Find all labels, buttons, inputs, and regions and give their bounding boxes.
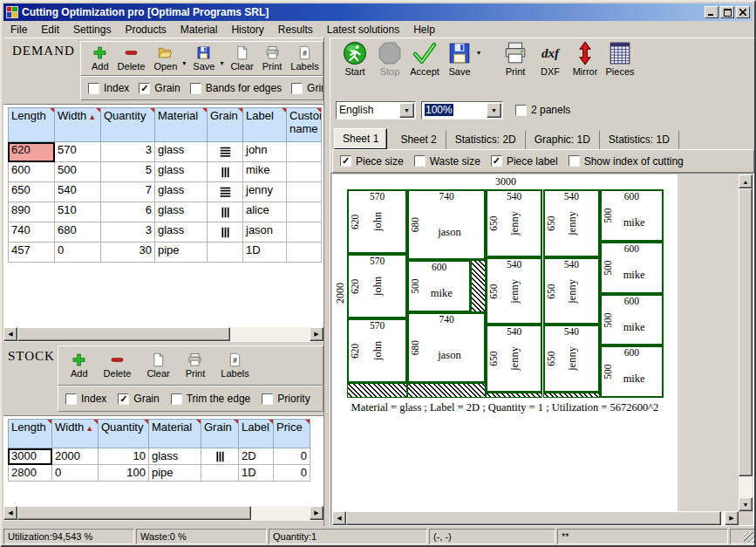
tab-graphic-1d[interactable]: Graphic: 1D xyxy=(526,131,600,149)
table-cell[interactable]: 2D xyxy=(239,448,274,465)
column-header-width[interactable]: Width▲ xyxy=(52,419,99,448)
column-header-quantity[interactable]: Quantity xyxy=(101,107,155,142)
labels-button[interactable]: #Labels xyxy=(217,352,252,379)
scroll-left-button[interactable]: ◀ xyxy=(3,506,17,520)
table-cell[interactable] xyxy=(287,162,322,182)
table-cell[interactable]: 570 xyxy=(55,142,101,162)
minimize-button[interactable] xyxy=(705,6,719,18)
table-cell[interactable]: 3 xyxy=(101,142,155,162)
tab-sheet-2[interactable]: Sheet 2 xyxy=(392,131,446,149)
table-cell[interactable]: 0 xyxy=(52,465,99,482)
zoom-select[interactable]: 100% ▼ xyxy=(421,101,503,120)
table-cell[interactable]: jason xyxy=(243,222,287,243)
table-cell[interactable] xyxy=(287,222,322,243)
table-cell[interactable]: 1D xyxy=(239,465,274,482)
labels-button[interactable]: #Labels xyxy=(287,44,322,72)
menu-help[interactable]: Help xyxy=(406,22,442,38)
mirror-button[interactable]: Mirror xyxy=(568,40,603,78)
table-cell[interactable]: 890 xyxy=(8,202,55,222)
table-cell[interactable]: 2800 xyxy=(8,465,52,482)
menu-settings[interactable]: Settings xyxy=(66,22,118,38)
table-cell[interactable] xyxy=(208,142,243,162)
table-cell[interactable] xyxy=(208,202,243,222)
scroll-right-button[interactable]: ▶ xyxy=(310,327,324,341)
scroll-right-button[interactable]: ▶ xyxy=(310,506,324,520)
checkbox-index[interactable]: Index xyxy=(88,82,129,94)
checkbox-show-index-of-cutting[interactable]: Show index of cutting xyxy=(569,155,684,168)
clear-button[interactable]: Clear xyxy=(143,352,173,379)
column-header-width[interactable]: Width▲ xyxy=(55,107,101,142)
scroll-up-button[interactable]: ▲ xyxy=(739,174,753,188)
table-cell[interactable]: 650 xyxy=(8,182,55,202)
column-header-label[interactable]: Label xyxy=(243,107,287,142)
chevron-down-icon[interactable]: ▼ xyxy=(399,103,414,118)
table-cell[interactable]: 740 xyxy=(8,222,55,243)
table-cell[interactable] xyxy=(208,222,243,243)
delete-button[interactable]: Delete xyxy=(100,352,135,379)
scroll-left-button[interactable]: ◀ xyxy=(332,511,346,525)
table-cell[interactable]: pipe xyxy=(149,465,201,482)
menu-latest-solutions[interactable]: Latest solutions xyxy=(320,22,406,38)
chevron-down-icon[interactable]: ▼ xyxy=(487,103,501,118)
column-header-material[interactable]: Material xyxy=(155,107,208,142)
open-dropdown-arrow[interactable]: ▾ xyxy=(182,59,186,67)
table-cell[interactable]: 10 xyxy=(99,448,149,465)
table-cell[interactable]: 7 xyxy=(101,182,155,202)
print-button[interactable]: Print xyxy=(182,352,209,379)
print-button[interactable]: Print xyxy=(498,40,533,78)
column-header-length[interactable]: Length xyxy=(8,107,55,142)
column-header-length[interactable]: Length xyxy=(8,419,52,448)
table-cell[interactable]: 457 xyxy=(8,243,55,263)
checkbox-bands-for-edges[interactable]: Bands for edges xyxy=(190,82,282,94)
table-cell[interactable]: 5 xyxy=(101,162,155,182)
table-cell[interactable]: glass xyxy=(155,202,208,222)
column-header-customer-name[interactable]: Customer name xyxy=(287,107,322,142)
stock-hscrollbar[interactable]: ◀ ▶ xyxy=(3,506,324,521)
menu-results[interactable]: Results xyxy=(271,22,320,38)
delete-button[interactable]: Delete xyxy=(114,44,149,72)
open-button[interactable]: Open xyxy=(150,44,180,72)
table-cell[interactable]: 600 xyxy=(8,162,55,182)
table-cell[interactable]: 1D xyxy=(243,243,287,263)
start-button[interactable]: Start xyxy=(337,40,372,78)
scroll-thumb[interactable] xyxy=(739,188,753,476)
table-cell[interactable]: mike xyxy=(243,162,287,182)
scroll-left-button[interactable]: ◀ xyxy=(3,327,17,341)
table-cell[interactable]: 510 xyxy=(55,202,101,222)
title-bar[interactable]: Cutting Optimization pro [Optimal Progra… xyxy=(3,3,753,21)
table-cell[interactable]: glass xyxy=(155,222,208,243)
column-header-quantity[interactable]: Quantity xyxy=(99,419,149,448)
table-cell[interactable]: 620 xyxy=(8,142,55,162)
checkbox-trim-the-edge[interactable]: Trim the edge xyxy=(171,393,251,405)
checkbox-grain[interactable]: ✓Grain xyxy=(139,82,180,94)
save-dropdown-arrow[interactable]: ▾ xyxy=(477,49,480,57)
checkbox-grain[interactable]: ✓Grain xyxy=(118,393,159,405)
table-cell[interactable]: jenny xyxy=(243,182,287,202)
column-header-material[interactable]: Material xyxy=(149,419,201,448)
scroll-right-button[interactable]: ▶ xyxy=(725,511,739,525)
table-cell[interactable]: john xyxy=(243,142,287,162)
scroll-down-button[interactable]: ▼ xyxy=(739,497,753,511)
table-cell[interactable]: 500 xyxy=(55,162,101,182)
canvas-hscrollbar[interactable]: ◀ ▶ xyxy=(332,511,739,525)
add-button[interactable]: Add xyxy=(67,352,92,379)
table-cell[interactable]: 100 xyxy=(99,465,149,482)
scroll-thumb[interactable] xyxy=(17,327,230,341)
checkbox-index[interactable]: Index xyxy=(65,393,106,405)
table-cell[interactable]: glass xyxy=(155,182,208,202)
table-cell[interactable]: 3 xyxy=(101,222,155,243)
column-header-label[interactable]: Label xyxy=(239,419,274,448)
table-cell[interactable]: 0 xyxy=(55,243,101,263)
clear-button[interactable]: Clear xyxy=(227,44,256,72)
accept-button[interactable]: Accept xyxy=(407,40,442,78)
scroll-thumb[interactable] xyxy=(17,506,251,520)
checkbox-grinding[interactable]: Grinding xyxy=(291,82,324,94)
menu-file[interactable]: File xyxy=(3,22,34,38)
table-cell[interactable] xyxy=(208,162,243,182)
table-cell[interactable] xyxy=(287,182,322,202)
tab-statistics-2d[interactable]: Statistics: 2D xyxy=(446,131,526,149)
add-button[interactable]: Add xyxy=(88,44,112,72)
column-header-grain[interactable]: Grain xyxy=(208,107,243,142)
table-cell[interactable] xyxy=(287,142,322,162)
table-cell[interactable]: 2000 xyxy=(52,448,99,465)
